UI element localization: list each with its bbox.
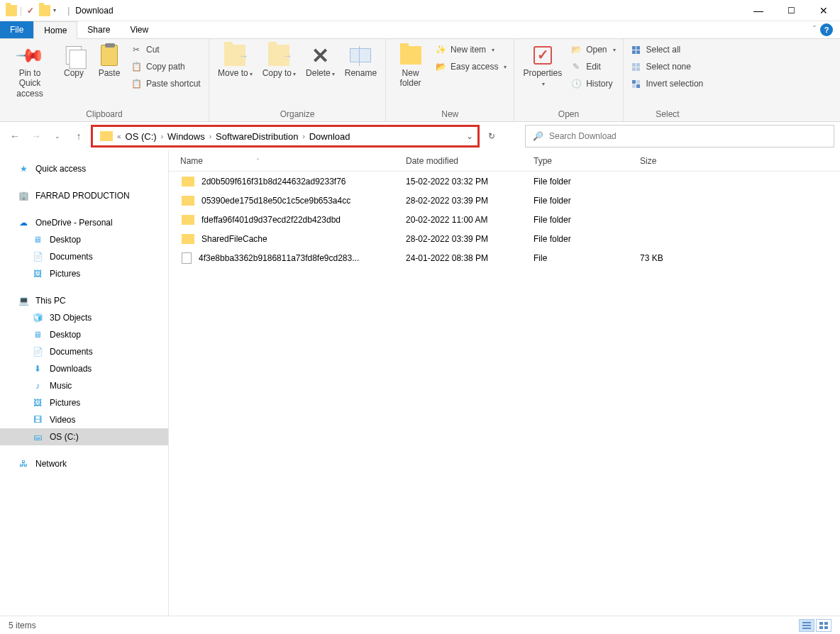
breadcrumb-windows[interactable]: Windows — [167, 131, 205, 142]
new-folder-button[interactable]: New folder — [390, 41, 431, 89]
file-row[interactable]: 05390ede175d18e50c1c5ce9b653a4cc28-02-20… — [169, 191, 840, 210]
tree-farrad[interactable]: 🏢FARRAD PRODUCTION — [0, 187, 168, 204]
tree-od-desktop[interactable]: 🖥Desktop — [0, 231, 168, 248]
status-count: 5 items — [9, 621, 36, 630]
pin-quick-access-button[interactable]: 📌 Pin to Quick access — [4, 41, 55, 99]
copy-to-button[interactable]: Copy to▾ — [258, 41, 300, 78]
chevron-right-icon[interactable]: › — [301, 133, 306, 140]
copyto-icon — [268, 45, 289, 66]
nav-tree[interactable]: ★Quick access 🏢FARRAD PRODUCTION ☁OneDri… — [0, 150, 169, 616]
tree-pc-os[interactable]: 🖴OS (C:) — [0, 428, 168, 445]
qat-save-icon[interactable]: ✓ — [25, 5, 36, 16]
tree-3d-objects[interactable]: 🧊3D Objects — [0, 309, 168, 326]
forward-button[interactable]: → — [27, 127, 45, 145]
tree-network[interactable]: 🖧Network — [0, 455, 168, 472]
col-date[interactable]: Date modified — [397, 156, 525, 166]
up-button[interactable]: ↑ — [70, 127, 88, 145]
pictures-icon: 🖼 — [31, 268, 44, 279]
chevron-right-icon[interactable]: › — [160, 133, 165, 140]
chevron-icon[interactable]: « — [116, 133, 123, 140]
back-button[interactable]: ← — [6, 127, 24, 145]
properties-icon — [534, 46, 552, 65]
svg-rect-0 — [802, 622, 811, 623]
file-type: File — [525, 253, 631, 263]
address-bar[interactable]: « OS (C:) › Windows › SoftwareDistributi… — [91, 125, 480, 148]
tab-share[interactable]: Share — [77, 21, 120, 38]
path-icon: 📋 — [131, 61, 142, 72]
col-size[interactable]: Size — [631, 156, 738, 166]
edit-button[interactable]: ✎Edit — [568, 60, 618, 74]
title-bar: | ✓ ▾ | Download — ☐ ✕ — [0, 0, 840, 21]
rename-button[interactable]: Rename — [341, 41, 381, 78]
music-icon: ♪ — [31, 380, 44, 391]
file-size: 73 KB — [631, 253, 738, 263]
move-to-button[interactable]: Move to▾ — [214, 41, 257, 78]
tree-quick-access[interactable]: ★Quick access — [0, 160, 168, 177]
cut-button[interactable]: ✂Cut — [128, 43, 204, 57]
tree-od-documents[interactable]: 📄Documents — [0, 248, 168, 265]
chevron-right-icon[interactable]: › — [208, 133, 213, 140]
sort-asc-icon: ˆ — [257, 157, 259, 165]
drive-icon: 🖴 — [31, 431, 44, 443]
help-icon[interactable]: ? — [820, 23, 833, 36]
file-row[interactable]: SharedFileCache28-02-2022 03:39 PMFile f… — [169, 229, 840, 248]
address-dropdown-icon[interactable]: ⌄ — [466, 131, 473, 141]
new-item-button[interactable]: ✨New item▾ — [432, 43, 509, 57]
refresh-button[interactable]: ↻ — [482, 127, 501, 145]
select-all-button[interactable]: Select all — [628, 43, 707, 57]
cube-icon: 🧊 — [31, 312, 44, 323]
file-row[interactable]: fdeffa96f401d9d37ecd2f22db423dbd20-02-20… — [169, 210, 840, 229]
clipboard-group-label: Clipboard — [4, 108, 204, 121]
delete-button[interactable]: ✕Delete▾ — [302, 41, 339, 78]
breadcrumb-download[interactable]: Download — [309, 131, 350, 142]
tab-file[interactable]: File — [0, 21, 33, 38]
tree-pc-downloads[interactable]: ⬇Downloads — [0, 360, 168, 377]
copy-path-button[interactable]: 📋Copy path — [128, 60, 204, 74]
tree-od-pictures[interactable]: 🖼Pictures — [0, 265, 168, 282]
details-view-button[interactable] — [799, 619, 814, 632]
file-row[interactable]: 2d0b509f616f31b8d244632ad9233f7615-02-20… — [169, 172, 840, 191]
tab-view[interactable]: View — [120, 21, 158, 38]
tree-pc-desktop[interactable]: 🖥Desktop — [0, 326, 168, 343]
file-name: 2d0b509f616f31b8d244632ad9233f76 — [201, 177, 346, 187]
tree-pc-documents[interactable]: 📄Documents — [0, 343, 168, 360]
invert-icon — [631, 78, 642, 89]
maximize-button[interactable]: ☐ — [775, 0, 807, 21]
chevron-up-icon[interactable]: ˆ — [813, 25, 816, 35]
minimize-button[interactable]: — — [742, 0, 775, 21]
tab-home[interactable]: Home — [33, 21, 77, 39]
col-type[interactable]: Type — [525, 156, 631, 166]
paste-shortcut-button[interactable]: 📋Paste shortcut — [128, 77, 204, 91]
tree-onedrive[interactable]: ☁OneDrive - Personal — [0, 214, 168, 231]
copy-icon — [66, 46, 82, 65]
tree-pc-videos[interactable]: 🎞Videos — [0, 411, 168, 428]
breadcrumb-softdist[interactable]: SoftwareDistribution — [216, 131, 298, 142]
breadcrumb-os[interactable]: OS (C:) — [126, 131, 157, 142]
shortcut-icon: 📋 — [131, 78, 142, 89]
qat-dropdown-icon[interactable]: ▾ — [53, 7, 62, 13]
col-name[interactable]: Nameˆ — [169, 156, 397, 166]
tree-pc-pictures[interactable]: 🖼Pictures — [0, 394, 168, 411]
file-type: File folder — [525, 196, 631, 206]
svg-rect-5 — [819, 626, 823, 629]
paste-button[interactable]: Paste — [92, 41, 126, 78]
select-none-button[interactable]: Select none — [628, 60, 707, 74]
thumbnails-view-button[interactable] — [816, 619, 831, 632]
tree-pc-music[interactable]: ♪Music — [0, 377, 168, 394]
file-type: File folder — [525, 234, 631, 244]
divider: | — [67, 6, 70, 16]
open-button[interactable]: 📂Open▾ — [568, 43, 618, 57]
documents-icon: 📄 — [31, 346, 44, 357]
invert-selection-button[interactable]: Invert selection — [628, 77, 707, 91]
easy-access-button[interactable]: 📂Easy access▾ — [432, 60, 509, 74]
properties-button[interactable]: Properties▾ — [519, 41, 566, 89]
close-button[interactable]: ✕ — [807, 0, 840, 21]
file-row[interactable]: 4f3e8bba3362b9186811a73fd8fe9cd283...24-… — [169, 248, 840, 267]
history-button[interactable]: 🕓History — [568, 77, 618, 91]
tree-this-pc[interactable]: 💻This PC — [0, 292, 168, 309]
recent-dropdown[interactable]: ⌄ — [48, 127, 67, 145]
copy-button[interactable]: Copy — [57, 41, 91, 78]
qat-folder-icon[interactable] — [39, 5, 50, 16]
documents-icon: 📄 — [31, 251, 44, 262]
search-box[interactable]: 🔍 Search Download — [525, 125, 834, 148]
